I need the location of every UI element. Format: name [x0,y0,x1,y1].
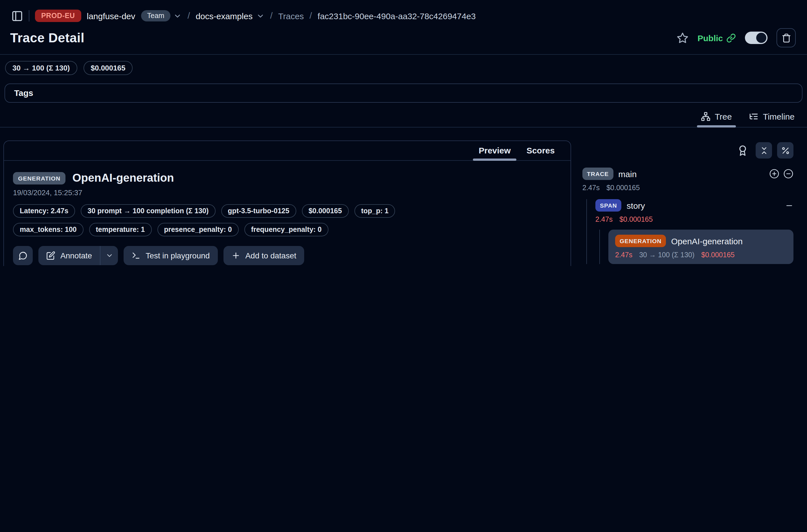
observation-type-badge: GENERATION [13,172,65,184]
tree-node-trace[interactable]: TRACE main [582,168,793,180]
tab-tree[interactable]: Tree [701,112,732,121]
frequency-penalty-badge: frequency_penalty: 0 [244,223,329,236]
breadcrumb-traces[interactable]: Traces [278,11,304,21]
public-link[interactable]: Public [697,33,736,43]
percent-icon [781,146,790,155]
span-latency: 2.47s [595,215,613,223]
public-label: Public [697,33,723,43]
presence-penalty-badge: presence_penalty: 0 [157,223,239,236]
trace-latency: 2.47s [582,184,600,192]
annotate-button[interactable]: Annotate [38,246,100,265]
chevron-down-icon [105,252,113,260]
collapse-all-icon[interactable] [783,169,793,179]
public-toggle[interactable] [745,32,768,44]
panel-left-icon [11,10,23,22]
star-icon [677,32,689,44]
span-badge: SPAN [595,199,622,212]
trace-name: main [618,169,637,178]
model-badge: gpt-3.5-turbo-0125 [221,204,296,218]
action-buttons: Annotate Test in playgroun [13,246,562,265]
generation-tokens: 30 → 100 (Σ 130) [639,251,694,259]
generation-metrics: 2.47s 30 → 100 (Σ 130) $0.000165 [615,251,787,259]
tab-scores[interactable]: Scores [527,146,555,155]
tree-toolbar [582,142,793,158]
max-tokens-badge: max_tokens: 100 [13,223,83,236]
chevron-down-icon [256,12,264,20]
span-metrics: 2.47s $0.000165 [595,215,793,223]
trace-children: SPAN story 2.47s $0.000165 [586,199,793,264]
tags-container[interactable]: Tags [4,83,803,103]
panel-tabs: Preview Scores [4,141,570,161]
award-icon [737,145,748,156]
top-p-badge: top_p: 1 [354,204,395,218]
breadcrumb: PROD-EU langfuse-dev Team / docs-example… [0,0,807,23]
comment-button[interactable] [13,246,33,265]
plus-icon [231,251,240,260]
toggle-metrics-button[interactable] [777,142,793,158]
token-usage-badge: 30 prompt → 100 completion (Σ 130) [81,204,215,218]
tags-label: Tags [14,88,33,98]
observation-timestamp: 19/03/2024, 15:25:37 [13,188,562,197]
collapse-node-icon[interactable] [785,201,793,210]
trash-icon [781,33,791,43]
tree-node-generation-selected[interactable]: GENERATION OpenAI-generation 2.47s 30 → … [608,230,793,264]
tree-node-span[interactable]: SPAN story [595,199,793,212]
trace-cost: $0.000165 [606,184,640,192]
tree-icon [701,112,710,121]
org-plan-selector[interactable]: Team [141,10,182,21]
chevron-down-icon [173,12,182,20]
test-in-playground-button[interactable]: Test in playground [124,246,218,265]
span-name: story [627,201,645,210]
toggle-knob [756,33,766,43]
link-icon [726,33,736,43]
chevrons-collapse-icon [759,146,768,155]
sidebar-toggle-button[interactable] [11,10,23,22]
generation-cost: $0.000165 [701,251,734,259]
observation-meta-badges: Latency: 2.47s 30 prompt → 100 completio… [13,204,453,236]
observation-card: Preview Scores GENERATION OpenAI-generat… [3,140,571,266]
timeline-icon [749,112,758,121]
annotate-dropdown-button[interactable] [100,246,118,265]
latency-badge: Latency: 2.47s [13,204,75,218]
page-header: Trace Detail Public [0,23,807,48]
observation-title: OpenAI-generation [72,171,174,185]
span-children: GENERATION OpenAI-generation 2.47s 30 → … [599,230,793,264]
trace-tree: TRACE main 2.47s $0.000165 [582,168,793,264]
generation-badge: GENERATION [615,235,666,247]
org-plan-badge: Team [141,10,170,21]
trace-badges: 30 → 100 (Σ 130) $0.000165 [0,55,807,75]
breadcrumb-separator: / [270,11,273,21]
tab-preview[interactable]: Preview [478,146,510,155]
trace-metrics: 2.47s $0.000165 [582,184,793,192]
page-title: Trace Detail [10,30,85,45]
collapse-all-button[interactable] [756,142,772,158]
terminal-icon [131,251,140,260]
expand-all-icon[interactable] [769,169,780,179]
trace-token-badge: 30 → 100 (Σ 130) [5,61,77,75]
trace-tree-panel: TRACE main 2.47s $0.000165 [580,140,804,264]
span-cost: $0.000165 [619,215,653,223]
breadcrumb-separator: / [187,11,190,21]
bookmark-star-button[interactable] [677,32,689,44]
delete-trace-button[interactable] [776,28,796,48]
breadcrumb-trace-id: fac231bc-90ee-490a-aa32-78c4269474e3 [318,11,476,21]
pen-square-icon [46,251,55,260]
comment-icon [18,251,27,260]
temperature-badge: temperature: 1 [89,223,152,236]
generation-latency: 2.47s [615,251,632,259]
add-to-dataset-button[interactable]: Add to dataset [223,246,304,265]
topbar-divider [29,10,29,21]
scores-award-button[interactable] [737,145,748,156]
trace-cost-badge: $0.000165 [83,61,133,75]
tab-timeline[interactable]: Timeline [749,112,794,121]
trace-detail-page: PROD-EU langfuse-dev Team / docs-example… [0,0,807,266]
environment-badge: PROD-EU [35,10,81,22]
annotate-split-button: Annotate [38,246,118,265]
trace-badge: TRACE [582,168,613,180]
breadcrumb-separator: / [309,11,312,21]
view-tabs: Tree Timeline [0,104,807,128]
main-content: Preview Scores GENERATION OpenAI-generat… [0,128,807,266]
cost-badge: $0.000165 [302,204,349,218]
breadcrumb-org[interactable]: langfuse-dev [87,11,135,21]
breadcrumb-project[interactable]: docs-examples [195,11,264,21]
